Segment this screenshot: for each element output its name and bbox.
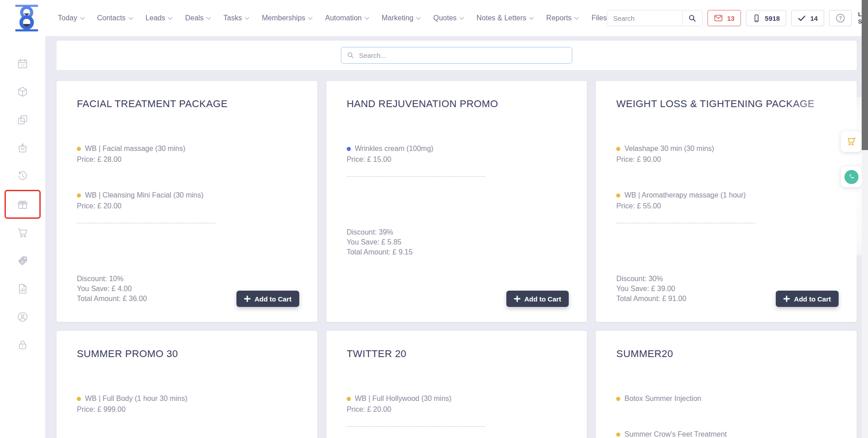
card-divider — [616, 223, 755, 223]
page-scrollbar — [862, 0, 868, 438]
package-card: FACIAL TREATMENT PACKAGE WB | Facial mas… — [57, 81, 317, 322]
account-icon — [17, 311, 28, 323]
add-to-cart-button[interactable]: Add to Cart — [776, 291, 839, 307]
package-item: WB | Aromatherapy massage (1 hour) Price… — [616, 190, 839, 211]
sidebar-item-account[interactable] — [5, 303, 41, 331]
nav-item-label: Tasks — [223, 14, 242, 22]
nav-item-files[interactable]: Files — [591, 14, 607, 22]
nav-item-marketing[interactable]: Marketing — [382, 14, 420, 22]
item-price: Price: £ 15.00 — [347, 155, 569, 165]
header-search-input[interactable] — [607, 10, 682, 26]
sidebar-item-pricing[interactable]: $ — [5, 247, 41, 275]
package-card: HAND REJUVENATION PROMO Wrinkles cream (… — [326, 81, 587, 322]
card-items: Velashape 30 min (30 mins) Price: £ 90.0… — [616, 144, 839, 211]
nav-item-label: Leads — [146, 14, 165, 22]
history-icon — [17, 170, 28, 182]
phone-circle — [844, 170, 859, 184]
item-price: Price: £ 90.00 — [616, 155, 839, 165]
nav-item-contacts[interactable]: Contacts — [97, 14, 132, 22]
item-price: Price: £ 999.00 — [77, 405, 299, 414]
sidebar-item-history[interactable] — [5, 162, 41, 190]
chevron-down-icon — [529, 15, 534, 19]
package-item: WB | Cleansing Mini Facial (30 mins) Pri… — [77, 190, 299, 211]
app-logo-icon[interactable] — [14, 4, 40, 32]
item-bullet — [616, 433, 620, 437]
mobile-phone-icon — [752, 14, 761, 23]
nav-item-quotes[interactable]: Quotes — [433, 14, 463, 22]
tasks-badge[interactable]: 14 — [791, 10, 824, 26]
item-bullet — [77, 147, 81, 151]
sidebar-item-orders[interactable] — [5, 134, 41, 162]
package-item: WB | Full Hollywood (30 mins) Price: £ 2… — [347, 394, 569, 414]
package-item: Wrinkles cream (100mg) Price: £ 15.00 — [347, 144, 569, 165]
messages-count: 13 — [727, 14, 735, 22]
add-to-cart-button[interactable]: Add to Cart — [236, 291, 299, 307]
item-bullet — [347, 397, 351, 401]
package-card: TWITTER 20 WB | Full Hollywood (30 mins)… — [326, 331, 587, 438]
add-to-cart-label: Add to Cart — [255, 295, 292, 303]
chevron-down-icon — [128, 15, 133, 19]
sidebar-item-packages[interactable] — [5, 78, 41, 106]
calendar-icon: 12 — [17, 58, 28, 70]
nav-item-automation[interactable]: Automation — [325, 14, 368, 22]
lock-icon — [17, 339, 28, 351]
plus-icon — [244, 296, 250, 302]
envelope-icon — [714, 14, 723, 23]
gift-icon — [17, 198, 28, 210]
scrollbar-thumb[interactable] — [862, 0, 868, 150]
nav-item-leads[interactable]: Leads — [146, 14, 172, 22]
messages-badge[interactable]: 13 — [708, 10, 741, 26]
package-item: Botox Summer Injection — [616, 394, 839, 404]
add-to-cart-button[interactable]: Add to Cart — [506, 291, 569, 307]
item-name: WB | Full Body (1 hour 30 mins) — [85, 394, 187, 404]
chevron-down-icon — [245, 15, 250, 19]
nav-item-deals[interactable]: Deals — [185, 14, 210, 22]
card-summary: Discount: 39% You Save: £ 5.85 Total Amo… — [347, 227, 569, 257]
sidebar-item-reports[interactable] — [5, 275, 41, 303]
sidebar-item-packages-gifts[interactable] — [5, 190, 41, 219]
floating-phone-button[interactable] — [841, 166, 862, 187]
sidebar-item-cart[interactable] — [5, 219, 41, 247]
svg-text:$: $ — [21, 260, 24, 264]
sidebar-item-calendar[interactable]: 12 — [5, 50, 41, 78]
item-bullet — [616, 193, 620, 198]
chevron-down-icon — [416, 15, 421, 19]
chevron-down-icon — [365, 15, 369, 19]
nav-item-tasks[interactable]: Tasks — [223, 14, 249, 22]
total-line: Total Amount: £ 9.15 — [347, 247, 569, 257]
package-item: WB | Full Body (1 hour 30 mins) Price: £… — [77, 394, 299, 414]
packages-search — [341, 47, 572, 64]
nav-item-label: Notes & Letters — [476, 14, 526, 22]
nav-item-label: Deals — [185, 14, 203, 22]
chevron-down-icon — [80, 15, 85, 19]
tasks-count: 14 — [810, 14, 818, 22]
packages-search-panel — [57, 41, 857, 70]
item-name: WB | Full Hollywood (30 mins) — [355, 394, 452, 404]
sidebar-item-security[interactable] — [5, 331, 41, 359]
item-name: WB | Cleansing Mini Facial (30 mins) — [85, 190, 203, 200]
item-bullet — [77, 397, 81, 401]
you-save-line: You Save: £ 5.85 — [347, 237, 569, 247]
search-icon — [347, 52, 354, 59]
phone-icon — [848, 173, 855, 181]
calls-badge[interactable]: 5918 — [746, 10, 786, 26]
header-search-button[interactable] — [682, 10, 702, 26]
discount-line: Discount: 10% — [77, 274, 299, 284]
help-badge[interactable]: ? — [829, 10, 852, 26]
price-tag-icon: $ — [17, 255, 28, 267]
packages-grid: FACIAL TREATMENT PACKAGE WB | Facial mas… — [57, 81, 857, 438]
nav-item-reports[interactable]: Reports — [546, 14, 578, 22]
item-price: Price: £ 20.00 — [347, 405, 569, 414]
packages-search-input[interactable] — [359, 52, 566, 59]
nav-item-memberships[interactable]: Memberships — [262, 14, 312, 22]
item-price: Price: £ 55.00 — [616, 201, 839, 211]
sidebar-item-duplicates[interactable] — [5, 106, 41, 134]
nav-item-today[interactable]: Today — [58, 14, 84, 22]
nav-item-label: Today — [58, 14, 77, 22]
floating-cart-button[interactable] — [841, 131, 862, 152]
nav-item-label: Marketing — [382, 14, 413, 22]
nav-item-notes-letters[interactable]: Notes & Letters — [476, 14, 533, 22]
item-name: Botox Summer Injection — [624, 394, 701, 404]
card-divider — [347, 426, 485, 427]
chevron-down-icon — [207, 15, 211, 19]
